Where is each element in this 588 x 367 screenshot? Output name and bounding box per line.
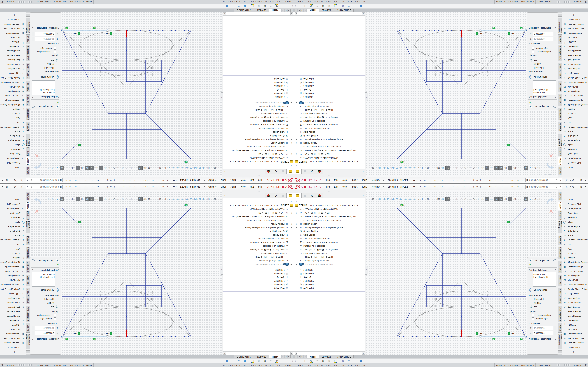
ghost-tool-icon[interactable]: ▢ bbox=[450, 166, 454, 170]
toolbar-grip[interactable]: ⁞ bbox=[295, 360, 295, 362]
tool-circular-sketch-pattern[interactable]: ✳Circular Sketch Pattern bbox=[563, 76, 588, 80]
panel-splitter-handle[interactable]: ⁚ bbox=[365, 92, 368, 101]
tree-item-sketch-grid[interactable]: ▦(-) Sketch6 bbox=[294, 286, 365, 290]
tool-move-entities[interactable]: ↗Move Entities bbox=[563, 296, 579, 300]
tab-propertymanager[interactable]: ⊟ bbox=[302, 193, 309, 198]
tab-3d-views[interactable]: 3D Views bbox=[254, 8, 269, 12]
sphere-shaded-icon[interactable]: ● bbox=[528, 197, 533, 201]
solid-cube-icon[interactable]: ■ bbox=[172, 197, 175, 201]
tool-linear-sketch-pattern[interactable]: ⊞Linear Sketch Pattern bbox=[1, 81, 25, 84]
tool-scale-entities[interactable]: ⇗Scale Entities bbox=[563, 58, 580, 62]
tab-model[interactable]: Model bbox=[307, 8, 319, 12]
tab-features[interactable]: Features bbox=[558, 192, 562, 200]
tool-rotate-entities[interactable]: ↻Rotate Entities bbox=[563, 63, 581, 67]
tree-item-plane[interactable]: ▱○✛ЯДе◦♙○✳◉[○◦○[◉✳○♙◦еДЯ✛○ bbox=[223, 255, 294, 259]
parameter-value-input[interactable]: 10.88152731 bbox=[533, 326, 553, 330]
search-dropdown-icon[interactable]: ▼ bbox=[26, 179, 29, 181]
gear-icon[interactable]: ⚙ bbox=[359, 4, 363, 8]
search-icon[interactable] bbox=[30, 179, 32, 181]
tab-motion-study-1[interactable]: Motion Study 1 bbox=[234, 355, 254, 359]
expand-arrow-icon[interactable]: ▶ bbox=[296, 139, 297, 141]
toolbar-grip[interactable]: ⁞ bbox=[293, 5, 293, 7]
open-doc-icon[interactable]: ⧉ bbox=[213, 166, 217, 170]
search-dropdown-icon[interactable]: ▼ bbox=[559, 179, 562, 181]
wireframe-cube-icon[interactable]: ◩ bbox=[386, 166, 390, 170]
tab-mesh-modeling[interactable]: Mesh Modeling bbox=[26, 288, 30, 304]
tab-3d-views[interactable]: 3D Views bbox=[319, 355, 334, 359]
tool-spline[interactable]: ∿Spline bbox=[15, 234, 25, 237]
expand-arrow-icon[interactable]: ▶ bbox=[296, 153, 297, 155]
tool-copy-entities[interactable]: ⧉Copy Entities bbox=[9, 71, 25, 75]
view-3d-corner-icon[interactable]: ⌐ bbox=[490, 166, 494, 170]
add-relation-horizontal[interactable]: ―Horizontal bbox=[527, 66, 558, 70]
add-relation-fix[interactable]: ⚓Fix bbox=[30, 59, 61, 62]
sphere-shaded-icon[interactable]: ● bbox=[55, 197, 60, 201]
section-add-relations[interactable]: Add Relations⌃ bbox=[527, 293, 558, 297]
add-relation-fix[interactable]: ⚓Fix bbox=[30, 305, 61, 308]
add-relation-vertical[interactable]: ❘Vertical bbox=[30, 301, 61, 305]
tool-3-point-arc[interactable]: ◡3 Point Arc bbox=[563, 216, 577, 219]
spinner-up-icon[interactable]: ▲ bbox=[554, 39, 556, 41]
tree-item-equations[interactable]: Σ○2ЅИН◎◦✛АПЗЄ○◦○ЄЗПА✛◦◎НИ2Ѕ○ bbox=[223, 123, 294, 127]
restore-button[interactable]: ⧉ bbox=[6, 185, 8, 188]
tab-mbd-dimensions[interactable]: MBD Dimensions bbox=[26, 18, 30, 33]
tab-nav-button[interactable]: ⇤ bbox=[295, 355, 297, 358]
dropdown-arrow-icon[interactable]: ▾ bbox=[211, 197, 213, 201]
checkbox-for-construction[interactable]: For construction bbox=[30, 50, 61, 54]
rollback-bar[interactable] bbox=[294, 100, 365, 100]
section-existing-relations[interactable]: Existing Relations⌃ bbox=[30, 95, 61, 99]
tool-3-point-center-recta-[interactable]: ◈3 Point Center Recta... bbox=[563, 260, 588, 264]
menu-edit[interactable]: Edit bbox=[250, 179, 254, 182]
stylus-icon[interactable]: ✎ bbox=[112, 197, 116, 201]
pin-icon[interactable]: ✒ bbox=[203, 185, 206, 189]
menu-tools[interactable]: Tools bbox=[221, 185, 226, 188]
search-box[interactable]: ▣ Search CAD Models ▼ bbox=[525, 178, 562, 183]
relations-list[interactable]: Collinear108Equal length109 bbox=[533, 272, 556, 287]
confirm-arrow-icon[interactable] bbox=[546, 160, 555, 170]
ghost-arc-icon[interactable]: ◠ bbox=[459, 166, 463, 170]
ghost-arc-icon[interactable]: ◡ bbox=[116, 166, 121, 170]
tab-nav-button[interactable]: ◀ bbox=[287, 355, 290, 358]
expand-arrow-icon[interactable]: ▶ bbox=[291, 142, 292, 144]
display-settings-icon[interactable]: ⊡ bbox=[421, 197, 425, 201]
section-additional-parameters[interactable]: Additional Parameters⌄ bbox=[30, 337, 61, 341]
menu-file[interactable]: File bbox=[258, 185, 262, 188]
perspective-icon[interactable]: ◐ bbox=[67, 197, 71, 201]
tab-nav-button[interactable]: ⇤ bbox=[291, 355, 293, 358]
wireframe-cube-icon[interactable]: ◧ bbox=[207, 166, 210, 170]
tab--[interactable]: : bbox=[26, 14, 30, 17]
help-icon[interactable]: ? bbox=[32, 105, 35, 108]
point-visibility-icon[interactable]: ◉ bbox=[85, 166, 89, 170]
tab-mesh-modeling[interactable]: Mesh Modeling bbox=[26, 63, 30, 79]
spinner-down-icon[interactable]: ▼ bbox=[554, 333, 556, 335]
tab-sketch[interactable]: Sketch bbox=[558, 157, 562, 166]
wireframe-cube-icon[interactable]: ⬓ bbox=[399, 197, 403, 201]
tree-item-surface-bodies[interactable]: ◪Surface Bodies bbox=[223, 134, 294, 138]
ghost-flag-icon[interactable]: ⚐ bbox=[297, 4, 302, 8]
tool-stretch-entities[interactable]: ↔Stretch Entities bbox=[7, 54, 25, 58]
status-tool-icon[interactable]: ⚒ bbox=[583, 0, 588, 4]
relations-list[interactable]: Collinear108Equal length109 bbox=[533, 80, 556, 95]
tab-markup[interactable]: Markup bbox=[558, 323, 562, 333]
spinner-up-icon[interactable]: ▲ bbox=[32, 326, 34, 328]
checkbox-icon[interactable] bbox=[53, 314, 56, 316]
tree-item-dashboard[interactable]: ◔○2Ѕ♙◎2ЅИНЗЄ2Ѕ○◦○2ЅЗЄИН2Ѕ◎♙2Ѕ○ bbox=[294, 145, 365, 149]
menu-window[interactable]: Window bbox=[208, 185, 216, 188]
tree-item-sketch-grid[interactable]: ▦(-) Sketch6 bbox=[223, 286, 294, 290]
cube-ghost-icon[interactable]: ◇ bbox=[47, 197, 51, 201]
wireframe-cube-icon[interactable]: ⬓ bbox=[185, 197, 189, 201]
tab-weldments[interactable]: Weldments bbox=[26, 94, 30, 106]
panel-collapse-handle[interactable] bbox=[258, 175, 260, 176]
relation-entry[interactable]: Equal length109 bbox=[533, 275, 555, 278]
grid-visibility-icon[interactable]: ⊞ bbox=[71, 197, 75, 201]
tab--[interactable]: : bbox=[558, 350, 562, 353]
tool-extend-entities[interactable]: ⊢Extend Entities bbox=[563, 314, 581, 318]
planes-visibility-icon[interactable]: ◫ bbox=[504, 197, 508, 201]
wireframe-cube-icon[interactable]: ◧ bbox=[378, 166, 381, 170]
ghost-flag-icon[interactable]: ⚐ bbox=[281, 4, 285, 8]
tree-item-sketch[interactable]: ╚Sketch3 bbox=[294, 88, 365, 92]
spinner-up-icon[interactable]: ▲ bbox=[554, 34, 556, 36]
menu-view[interactable]: View bbox=[343, 179, 347, 182]
spinner-down-icon[interactable]: ▼ bbox=[554, 32, 556, 34]
tree-root-part[interactable]: TЯPDL2. ⊙ ЗЄ ⊙ Ш ⊙ ⊙ ⊙ ✛ ⊙ ЭС ⊙ ЗЄ ⊙ ∔ ⊙… bbox=[294, 203, 365, 207]
